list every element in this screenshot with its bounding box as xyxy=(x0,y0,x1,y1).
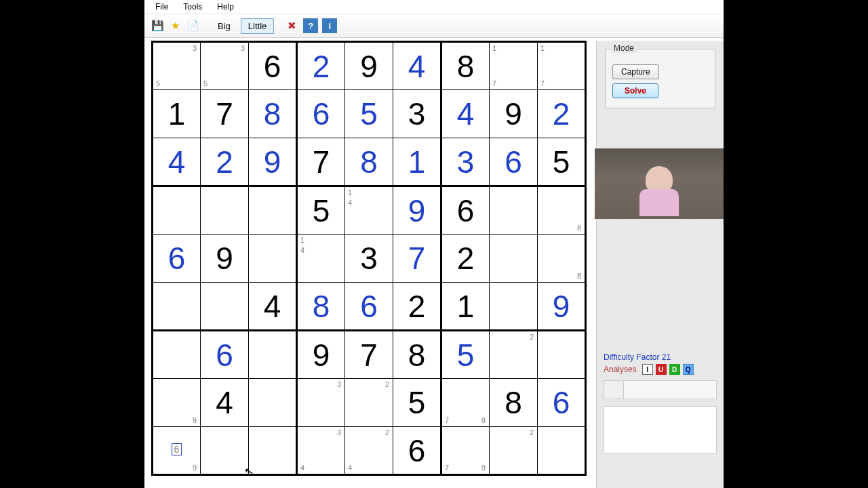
sudoku-cell[interactable]: 6 xyxy=(249,42,297,90)
sudoku-cell[interactable]: 8 xyxy=(345,138,393,186)
sudoku-cell[interactable]: 69 xyxy=(153,427,201,475)
sudoku-cell[interactable] xyxy=(249,427,297,475)
sudoku-cell[interactable]: 6 xyxy=(393,427,441,475)
big-button[interactable]: Big xyxy=(210,18,238,34)
sudoku-cell[interactable]: 6 xyxy=(297,90,345,138)
sudoku-cell[interactable]: 7 xyxy=(201,90,249,138)
sudoku-cell[interactable]: 6 xyxy=(345,283,393,331)
capture-button[interactable]: Capture xyxy=(612,64,659,79)
sudoku-cell[interactable]: 3 xyxy=(441,138,490,186)
sudoku-cell[interactable]: 17 xyxy=(490,42,538,90)
sudoku-cell[interactable]: 2 xyxy=(441,235,490,283)
sudoku-cell[interactable]: 79 xyxy=(441,427,490,475)
sudoku-cell[interactable]: 6 xyxy=(538,379,586,427)
sudoku-cell[interactable]: 9 xyxy=(153,379,201,427)
sudoku-cell[interactable]: 5 xyxy=(393,379,441,427)
sudoku-cell[interactable]: 1 xyxy=(393,138,441,186)
sudoku-cell[interactable]: 7 xyxy=(393,235,441,283)
sudoku-cell[interactable]: 9 xyxy=(249,138,297,186)
sudoku-cell[interactable] xyxy=(249,331,297,379)
sudoku-cell[interactable]: 14 xyxy=(297,235,345,283)
sudoku-cell[interactable]: 14 xyxy=(345,186,393,235)
sudoku-cell[interactable]: 2 xyxy=(201,138,249,186)
sudoku-cell[interactable] xyxy=(249,186,297,235)
sudoku-cell[interactable]: 6 xyxy=(201,331,249,379)
sudoku-cell[interactable]: 4 xyxy=(201,379,249,427)
sudoku-cell[interactable]: 2 xyxy=(490,331,538,379)
sudoku-cell[interactable]: 7 xyxy=(345,331,393,379)
sudoku-grid[interactable]: 3535629481717178653492429781365514968691… xyxy=(151,41,587,476)
sudoku-cell[interactable]: 8 xyxy=(538,235,586,283)
sudoku-cell[interactable]: 5 xyxy=(297,186,345,235)
sudoku-cell[interactable] xyxy=(538,427,586,475)
sudoku-cell[interactable]: 8 xyxy=(393,331,441,379)
help-button[interactable]: ? xyxy=(303,18,318,33)
sudoku-cell[interactable]: 3 xyxy=(297,379,345,427)
analysis-cells xyxy=(604,380,717,399)
sudoku-cell[interactable]: 8 xyxy=(490,379,538,427)
sudoku-cell[interactable]: 35 xyxy=(153,42,201,90)
sudoku-cell[interactable] xyxy=(201,186,249,235)
sudoku-cell[interactable] xyxy=(249,379,297,427)
sudoku-cell[interactable] xyxy=(201,427,249,475)
sudoku-cell[interactable]: 4 xyxy=(393,42,441,90)
sudoku-cell[interactable]: 8 xyxy=(249,90,297,138)
sudoku-cell[interactable]: 8 xyxy=(538,186,586,235)
sudoku-cell[interactable] xyxy=(153,283,201,331)
sudoku-cell[interactable]: 6 xyxy=(441,186,490,235)
sudoku-cell[interactable]: 9 xyxy=(490,90,538,138)
sudoku-cell[interactable] xyxy=(153,331,201,379)
sudoku-cell[interactable]: 5 xyxy=(441,331,490,379)
delete-icon[interactable]: ✖ xyxy=(284,18,299,33)
sudoku-cell[interactable]: 5 xyxy=(538,138,586,186)
sudoku-cell[interactable]: 4 xyxy=(249,283,297,331)
sudoku-cell[interactable]: 9 xyxy=(297,331,345,379)
page-icon[interactable]: 📄 xyxy=(185,18,200,33)
sudoku-cell[interactable]: 6 xyxy=(153,235,201,283)
info-button[interactable]: i xyxy=(322,18,337,33)
menu-help[interactable]: Help xyxy=(217,2,234,12)
sudoku-cell[interactable]: 2 xyxy=(297,42,345,90)
sudoku-cell[interactable]: 2 xyxy=(490,427,538,475)
sudoku-cell[interactable]: 4 xyxy=(441,90,490,138)
sudoku-cell[interactable]: 6 xyxy=(490,138,538,186)
analysis-badge-i[interactable]: I xyxy=(642,364,653,375)
solve-button[interactable]: Solve xyxy=(612,83,658,98)
sudoku-cell[interactable]: 9 xyxy=(201,235,249,283)
sudoku-cell[interactable] xyxy=(201,283,249,331)
sudoku-cell[interactable]: 9 xyxy=(393,186,441,235)
star-icon[interactable]: ★ xyxy=(167,18,182,33)
sudoku-cell[interactable] xyxy=(490,283,538,331)
sudoku-cell[interactable]: 9 xyxy=(345,42,393,90)
sudoku-cell[interactable]: 2 xyxy=(538,90,586,138)
sudoku-cell[interactable]: 8 xyxy=(297,283,345,331)
save-icon[interactable]: 💾 xyxy=(150,18,165,33)
sudoku-cell[interactable]: 7 xyxy=(297,138,345,186)
little-button[interactable]: Little xyxy=(241,18,274,34)
menu-file[interactable]: File xyxy=(155,2,168,12)
sudoku-cell[interactable]: 1 xyxy=(441,283,490,331)
sudoku-cell[interactable]: 3 xyxy=(393,90,441,138)
sudoku-cell[interactable]: 35 xyxy=(201,42,249,90)
sudoku-cell[interactable]: 5 xyxy=(345,90,393,138)
sudoku-cell[interactable] xyxy=(249,235,297,283)
sudoku-cell[interactable]: 2 xyxy=(345,379,393,427)
analysis-badge-q[interactable]: Q xyxy=(683,364,694,375)
sudoku-cell[interactable]: 3 xyxy=(345,235,393,283)
sudoku-cell[interactable]: 1 xyxy=(153,90,201,138)
analysis-badge-d[interactable]: D xyxy=(669,364,680,375)
sudoku-cell[interactable]: 4 xyxy=(153,138,201,186)
sudoku-cell[interactable]: 2 xyxy=(393,283,441,331)
sudoku-cell[interactable] xyxy=(538,331,586,379)
analysis-badge-u[interactable]: U xyxy=(656,364,667,375)
sudoku-cell[interactable] xyxy=(153,186,201,235)
menu-tools[interactable]: Tools xyxy=(183,2,202,12)
sudoku-cell[interactable]: 9 xyxy=(538,283,586,331)
sudoku-cell[interactable]: 79 xyxy=(441,379,490,427)
sudoku-cell[interactable]: 34 xyxy=(297,427,345,475)
sudoku-cell[interactable]: 24 xyxy=(345,427,393,475)
sudoku-cell[interactable] xyxy=(490,235,538,283)
sudoku-cell[interactable]: 8 xyxy=(441,42,490,90)
sudoku-cell[interactable] xyxy=(490,186,538,235)
sudoku-cell[interactable]: 17 xyxy=(538,42,586,90)
